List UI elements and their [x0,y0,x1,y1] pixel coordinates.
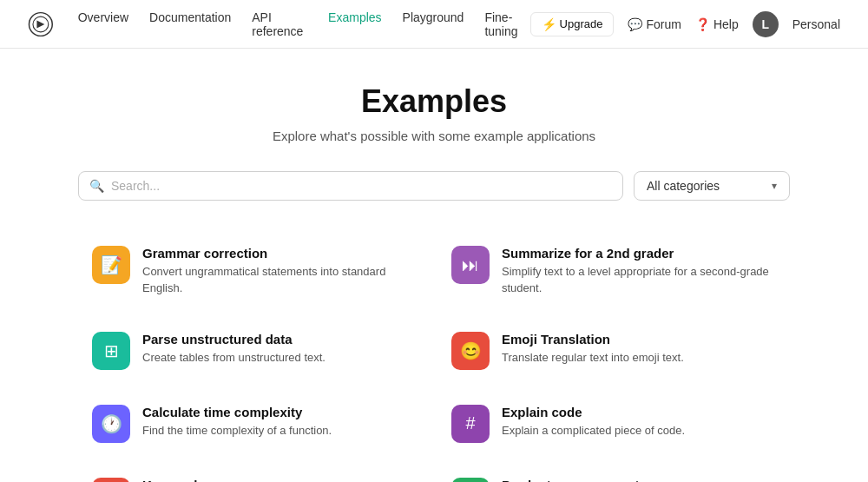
example-icon: 💡 [451,478,490,482]
example-desc: Convert ungrammatical statements into st… [142,264,417,297]
example-title: Explain code [502,405,685,419]
nav-left: Overview Documentation API reference Exa… [28,10,530,38]
example-text: Grammar correctionConvert ungrammatical … [142,246,417,297]
example-card[interactable]: 🔑KeywordsExtract keywords from a block o… [78,464,431,482]
example-icon: 😊 [451,332,490,370]
example-desc: Create tables from unstructured text. [142,350,326,366]
controls: 🔍 All categories ▾ [78,171,790,201]
nav-links: Overview Documentation API reference Exa… [78,10,530,38]
personal-label[interactable]: Personal [792,17,840,31]
page-subtitle: Explore what's possible with some exampl… [78,129,790,143]
example-title: Keywords [142,478,330,482]
example-title: Parse unstructured data [142,332,326,347]
example-title: Emoji Translation [502,332,684,347]
example-title: Summarize for a 2nd grader [502,246,776,261]
page-title: Examples [78,83,790,120]
category-label: All categories [647,179,720,193]
example-title: Product name generator [502,478,776,482]
examples-grid: 📝Grammar correctionConvert ungrammatical… [78,232,790,482]
nav-api-reference[interactable]: API reference [252,10,307,38]
example-icon: 🕐 [92,405,130,443]
example-card[interactable]: ⊞Parse unstructured dataCreate tables fr… [78,318,431,384]
example-card[interactable]: 📝Grammar correctionConvert ungrammatical… [78,232,431,311]
example-icon: # [451,405,490,443]
example-text: Explain codeExplain a complicated piece … [502,405,685,439]
nav-documentation[interactable]: Documentation [149,10,231,38]
nav-playground[interactable]: Playground [403,10,464,38]
example-icon: 📝 [92,246,130,284]
search-wrapper: 🔍 [78,171,623,201]
example-desc: Explain a complicated piece of code. [502,423,685,439]
navbar: Overview Documentation API reference Exa… [0,0,868,49]
example-card[interactable]: ⏭Summarize for a 2nd graderSimplify text… [437,232,790,311]
example-desc: Translate regular text into emoji text. [502,350,684,366]
example-text: Summarize for a 2nd graderSimplify text … [502,246,776,297]
nav-examples[interactable]: Examples [328,10,381,38]
help-link[interactable]: ❓ Help [695,17,739,31]
example-text: Emoji TranslationTranslate regular text … [502,332,684,366]
search-input[interactable] [111,179,612,193]
example-desc: Simplify text to a level appropriate for… [502,264,776,297]
example-card[interactable]: 💡Product name generatorGenerate product … [437,464,790,482]
example-card[interactable]: 😊Emoji TranslationTranslate regular text… [437,318,790,384]
example-icon: 🔑 [92,478,130,482]
nav-right: ⚡ Upgrade 💬 Forum ❓ Help L Personal [530,11,840,37]
example-title: Grammar correction [142,246,417,261]
example-icon: ⊞ [92,332,130,370]
avatar[interactable]: L [753,11,779,37]
category-dropdown[interactable]: All categories ▾ [634,171,790,201]
example-card[interactable]: #Explain codeExplain a complicated piece… [437,391,790,457]
main-content: Examples Explore what's possible with so… [61,49,807,482]
nav-overview[interactable]: Overview [78,10,128,38]
lightning-icon: ⚡ [542,17,556,31]
example-icon: ⏭ [451,246,490,284]
example-text: Calculate time complexityFind the time c… [142,405,332,439]
example-title: Calculate time complexity [142,405,332,419]
openai-logo-icon[interactable] [28,10,54,38]
forum-link[interactable]: 💬 Forum [628,17,681,31]
example-card[interactable]: 🕐Calculate time complexityFind the time … [78,391,431,457]
help-icon: ❓ [695,17,710,31]
example-text: Product name generatorGenerate product n… [502,478,776,482]
nav-fine-tuning[interactable]: Fine-tuning [484,10,529,38]
chevron-down-icon: ▾ [772,180,777,192]
search-icon: 🔍 [89,179,104,193]
chat-icon: 💬 [628,17,642,31]
example-desc: Find the time complexity of a function. [142,423,332,439]
example-text: KeywordsExtract keywords from a block of… [142,478,330,482]
upgrade-button[interactable]: ⚡ Upgrade [530,12,615,36]
example-text: Parse unstructured dataCreate tables fro… [142,332,326,366]
